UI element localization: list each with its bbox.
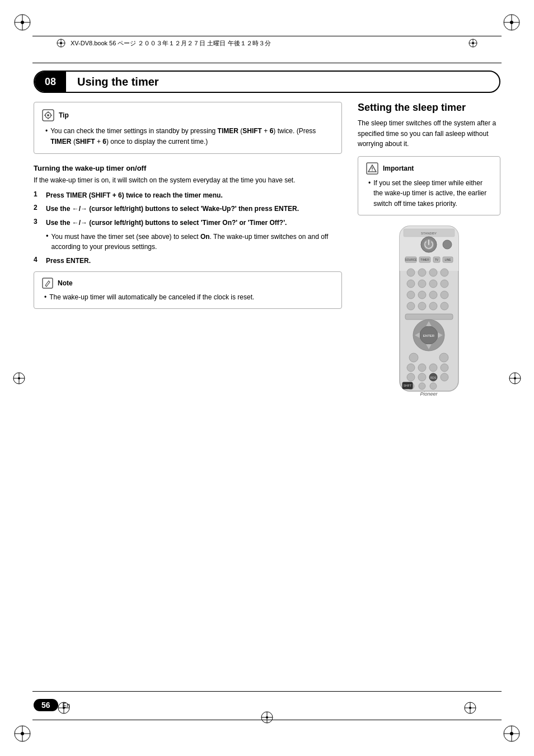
bottom-line-2 — [32, 720, 502, 720]
sleep-heading: Setting the sleep timer — [358, 102, 500, 114]
svg-text:SOURCE: SOURCE — [405, 258, 417, 261]
svg-point-89 — [409, 353, 418, 362]
step-3-bullet: • You must have the timer set (see above… — [34, 232, 342, 252]
note-icon — [42, 278, 53, 289]
top-rule-line — [32, 36, 502, 36]
svg-point-73 — [407, 291, 415, 299]
step-2-num: 2 — [34, 204, 43, 214]
wakeup-intro: If the wake-up timer is on, it will swit… — [34, 175, 342, 186]
svg-point-98 — [441, 373, 448, 381]
right-column: Setting the sleep timer The sleep timer … — [358, 102, 500, 397]
tip-bullet-dot: • — [45, 126, 48, 147]
tip-header: Tip — [42, 109, 334, 121]
left-column: Tip • You can check the timer settings i… — [34, 102, 342, 397]
important-header: Important — [366, 162, 492, 175]
chapter-number: 08 — [35, 72, 66, 92]
important-box: Important • If you set the sleep timer w… — [358, 156, 500, 215]
note-box: Note • The wake-up timer will automatica… — [34, 271, 342, 309]
bottom-crosshair-right-icon — [462, 700, 478, 716]
header-crosshair-icon — [56, 38, 66, 48]
note-header: Note — [42, 278, 334, 289]
important-bullet-dot: • — [368, 178, 371, 209]
chapter-heading: 08 Using the timer — [34, 71, 500, 93]
header-crosshair-right-icon — [468, 38, 478, 48]
svg-point-68 — [441, 269, 448, 276]
tip-icon — [42, 109, 54, 121]
svg-point-65 — [407, 269, 415, 276]
svg-point-71 — [429, 280, 437, 288]
reg-mark-br — [500, 722, 523, 745]
svg-point-23 — [510, 732, 513, 735]
svg-point-96 — [418, 373, 426, 381]
note-text: The wake-up timer will automatically be … — [49, 292, 254, 303]
reg-mark-mr — [507, 370, 523, 386]
important-text: If you set the sleep timer while either … — [373, 178, 492, 209]
svg-point-93 — [429, 364, 437, 372]
step-2: 2 Use the ←/→ (cursor left/right) button… — [34, 204, 342, 214]
svg-text:Pioneer: Pioneer — [420, 391, 438, 397]
page-number-badge: 56 — [34, 699, 58, 711]
tip-box: Tip • You can check the timer settings i… — [34, 102, 342, 154]
note-bullet-dot: • — [44, 292, 46, 303]
tip-content: • You can check the timer settings in st… — [42, 126, 334, 147]
step-3-text: Use the ←/→ (cursor left/right) buttons … — [46, 218, 342, 228]
svg-point-7 — [510, 21, 513, 24]
svg-point-94 — [441, 364, 448, 372]
svg-point-79 — [429, 302, 437, 310]
tip-bullet: • You can check the timer settings in st… — [45, 126, 334, 147]
chapter-title: Using the timer — [66, 76, 170, 88]
reg-mark-ml — [11, 370, 27, 386]
page-container: XV-DV8.book 56 ページ ２００３年１２月２７日 土曜日 午後１２時… — [0, 0, 534, 756]
svg-text:TIMER: TIMER — [420, 258, 429, 261]
remote-control-image: STANDBY SOURCE TIMER — [391, 223, 467, 397]
svg-text:ENTER: ENTER — [423, 334, 435, 337]
step-2-text: Use the ←/→ (cursor left/right) buttons … — [46, 204, 342, 214]
reg-mark-tl — [11, 11, 34, 34]
reg-mark-bl — [11, 722, 34, 745]
reg-mark-tr — [500, 11, 523, 34]
svg-point-72 — [441, 280, 448, 288]
step-3-bullet-text: You must have the timer set (see above) … — [51, 232, 342, 252]
note-label: Note — [58, 279, 73, 287]
svg-point-48 — [372, 170, 373, 171]
step-1-text: Press TIMER (SHIFT + 6) twice to reach t… — [46, 190, 342, 201]
important-content: • If you set the sleep timer while eithe… — [366, 178, 492, 209]
step-3-num: 3 — [34, 218, 43, 228]
step-3: 3 Use the ←/→ (cursor left/right) button… — [34, 218, 342, 228]
svg-text:SHIFT: SHIFT — [404, 384, 411, 387]
sleep-intro: The sleep timer switches off the system … — [358, 118, 500, 149]
header-book-info: XV-DV8.book 56 ページ ２００３年１２月２７日 土曜日 午後１２時… — [71, 39, 271, 48]
content-area: Tip • You can check the timer settings i… — [34, 102, 500, 397]
svg-point-75 — [429, 291, 437, 299]
svg-point-15 — [514, 377, 516, 379]
svg-point-27 — [266, 716, 268, 719]
step-4: 4 Press ENTER. — [34, 256, 342, 266]
svg-point-67 — [429, 269, 437, 276]
svg-point-92 — [418, 364, 426, 372]
svg-text:LINE: LINE — [444, 258, 451, 261]
step-3-bullet-dot: • — [46, 232, 49, 252]
tip-label: Tip — [59, 111, 69, 119]
important-icon — [366, 162, 378, 175]
svg-point-69 — [407, 280, 415, 288]
svg-point-70 — [418, 280, 426, 288]
svg-point-109 — [63, 707, 65, 709]
header-bottom-line — [32, 63, 502, 63]
svg-point-31 — [60, 42, 62, 44]
svg-text:STANDBY: STANDBY — [421, 232, 437, 235]
svg-point-78 — [418, 302, 426, 310]
svg-rect-43 — [43, 278, 53, 288]
step-1: 1 Press TIMER (SHIFT + 6) twice to reach… — [34, 190, 342, 201]
step-4-num: 4 — [34, 256, 43, 266]
svg-point-66 — [418, 269, 426, 276]
header-info: XV-DV8.book 56 ページ ２００３年１２月２７日 土曜日 午後１２時… — [56, 38, 478, 48]
svg-point-35 — [472, 42, 474, 44]
svg-point-90 — [439, 353, 448, 362]
important-label: Important — [383, 165, 414, 172]
reg-mark-bc — [259, 710, 275, 725]
svg-point-113 — [469, 707, 471, 709]
svg-point-76 — [441, 291, 448, 299]
svg-point-3 — [21, 21, 24, 24]
wakeup-heading: Turning the wake-up timer on/off — [34, 164, 342, 172]
step-1-num: 1 — [34, 190, 43, 201]
